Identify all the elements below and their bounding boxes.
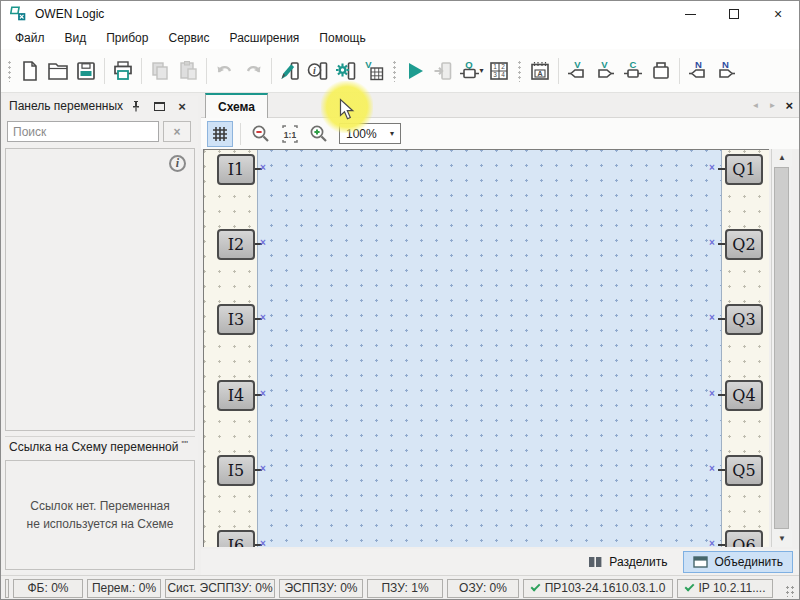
zoom-fit-button[interactable]: 1:1 bbox=[277, 121, 303, 147]
svg-text:1:1: 1:1 bbox=[284, 129, 297, 139]
chevron-down-icon: ▾ bbox=[390, 129, 394, 138]
zoom-level-value: 100% bbox=[346, 127, 390, 141]
variables-table-icon: V bbox=[362, 59, 386, 83]
print-button[interactable] bbox=[109, 56, 137, 86]
zoom-level-select[interactable]: 100% ▾ bbox=[339, 123, 401, 144]
toolbar-separator bbox=[271, 58, 272, 84]
split-view-button[interactable]: Разделить bbox=[578, 551, 677, 573]
connection-point[interactable]: × bbox=[709, 538, 715, 547]
new-project-icon bbox=[18, 59, 42, 83]
app-window: OWEN Logic × ФайлВидПриборСервисРасширен… bbox=[0, 0, 800, 600]
conversion-table-button[interactable]: 1234 bbox=[485, 56, 513, 86]
copy-icon bbox=[148, 59, 172, 83]
variables-panel-title: Панель переменных bbox=[9, 99, 123, 113]
schema-sheet[interactable] bbox=[257, 150, 722, 547]
zoom-out-button[interactable] bbox=[248, 121, 274, 147]
scrollbar-thumb[interactable] bbox=[774, 167, 789, 529]
connection-point[interactable]: × bbox=[709, 312, 715, 323]
device-information-button[interactable]: i bbox=[304, 56, 332, 86]
toolbar-grip bbox=[7, 60, 12, 82]
status-sys-eeprom-usage-label: Сист. ЭСППЗУ: 0% bbox=[167, 581, 272, 595]
device-settings-button[interactable] bbox=[332, 56, 360, 86]
pin-stub bbox=[718, 544, 725, 546]
reference-panel-header: Ссылка на Схему переменной "" bbox=[5, 436, 195, 456]
prev-tab-button[interactable]: ◄ bbox=[752, 101, 760, 110]
next-tab-button[interactable]: ► bbox=[768, 101, 776, 110]
close-window-button[interactable]: × bbox=[761, 1, 795, 27]
constant-block-icon: C bbox=[621, 59, 645, 83]
constant-block-button[interactable]: C bbox=[619, 56, 647, 86]
close-panel-button[interactable]: × bbox=[174, 99, 190, 114]
app-logo-icon bbox=[10, 5, 28, 23]
scroll-up-button[interactable]: ▲ bbox=[772, 149, 792, 166]
redo-button bbox=[239, 56, 267, 86]
variables-list[interactable]: i bbox=[5, 148, 195, 431]
menu-item-file[interactable]: Файл bbox=[5, 27, 55, 49]
clock-calendar-button[interactable]: A bbox=[526, 56, 554, 86]
pin-stub bbox=[718, 394, 725, 396]
minimize-button[interactable] bbox=[673, 1, 707, 27]
reference-panel-title: Ссылка на Схему переменной bbox=[9, 440, 178, 454]
float-panel-button[interactable] bbox=[151, 99, 167, 114]
maximize-button[interactable] bbox=[717, 1, 751, 27]
output-block-q-button[interactable]: Q▾ bbox=[457, 56, 485, 86]
new-project-button[interactable] bbox=[16, 56, 44, 86]
scroll-down-button[interactable]: ▼ bbox=[772, 530, 792, 547]
input-network-button[interactable]: N bbox=[684, 56, 712, 86]
connection-point[interactable]: × bbox=[709, 463, 715, 474]
close-tab-button[interactable]: × bbox=[785, 98, 793, 113]
output-block-Q2[interactable]: Q2 bbox=[725, 229, 763, 260]
device-io-button[interactable] bbox=[647, 56, 675, 86]
write-to-device-button[interactable] bbox=[276, 56, 304, 86]
menu-item-extensions[interactable]: Расширения bbox=[220, 27, 310, 49]
pin-panel-button[interactable] bbox=[128, 99, 144, 114]
output-network-icon: N bbox=[714, 59, 738, 83]
connection-point[interactable]: × bbox=[709, 237, 715, 248]
merge-view-button[interactable]: Объединить bbox=[683, 551, 793, 573]
status-variables-usage-label: Перем.: 0% bbox=[92, 581, 156, 595]
reference-list: Ссылок нет. Переменная не используется н… bbox=[5, 460, 195, 570]
connection-point[interactable]: × bbox=[709, 388, 715, 399]
output-network-button[interactable]: N bbox=[712, 56, 740, 86]
run-simulation-button[interactable] bbox=[401, 56, 429, 86]
output-block-Q4[interactable]: Q4 bbox=[725, 380, 763, 411]
document-tab-bar: Схема ◄ ► × bbox=[201, 93, 799, 118]
output-variable-button[interactable]: V bbox=[591, 56, 619, 86]
menu-item-service[interactable]: Сервис bbox=[158, 27, 219, 49]
input-variable-button[interactable]: V bbox=[563, 56, 591, 86]
open-project-button[interactable] bbox=[44, 56, 72, 86]
device-information-icon: i bbox=[306, 59, 330, 83]
menu-item-view[interactable]: Вид bbox=[55, 27, 97, 49]
vertical-scrollbar[interactable]: ▲ ▼ bbox=[771, 149, 791, 547]
schema-canvas[interactable]: I1×I2×I3×I4×I5×I6×Q1×Q2×Q3×Q4×Q5×Q6× bbox=[203, 149, 769, 547]
svg-text:N: N bbox=[695, 59, 702, 70]
menu-item-help[interactable]: Помощь bbox=[309, 27, 375, 49]
reference-variable-name: "" bbox=[181, 439, 187, 449]
print-icon bbox=[111, 59, 135, 83]
undo-icon bbox=[213, 59, 237, 83]
output-block-Q1[interactable]: Q1 bbox=[725, 154, 763, 185]
save-project-button[interactable] bbox=[72, 56, 100, 86]
menu-item-device[interactable]: Прибор bbox=[96, 27, 158, 49]
status-ram-usage: ОЗУ: 0% bbox=[447, 579, 519, 598]
zoom-in-button[interactable] bbox=[306, 121, 332, 147]
toggle-grid-button[interactable] bbox=[207, 121, 233, 147]
tab-schema[interactable]: Схема bbox=[205, 93, 268, 118]
toolbar-grip bbox=[392, 60, 397, 82]
svg-text:V: V bbox=[574, 59, 581, 70]
output-block-Q6[interactable]: Q6 bbox=[725, 530, 763, 547]
pin-stub bbox=[718, 469, 725, 471]
status-device-ip: IP 10.2.11.... bbox=[677, 579, 773, 598]
info-icon[interactable]: i bbox=[169, 155, 186, 172]
menu-bar: ФайлВидПриборСервисРасширенияПомощь bbox=[1, 27, 799, 49]
clear-search-button[interactable]: × bbox=[163, 121, 191, 142]
tab-schema-label: Схема bbox=[218, 100, 255, 114]
status-device-model-label: ПР103-24.1610.03.1.0 bbox=[545, 581, 666, 595]
zoom-out-icon bbox=[250, 123, 272, 145]
output-block-Q3[interactable]: Q3 bbox=[725, 304, 763, 335]
variables-table-button[interactable]: V bbox=[360, 56, 388, 86]
search-input[interactable] bbox=[7, 121, 159, 142]
connection-point[interactable]: × bbox=[709, 162, 715, 173]
output-block-Q5[interactable]: Q5 bbox=[725, 455, 763, 486]
maximize-icon bbox=[729, 9, 739, 19]
